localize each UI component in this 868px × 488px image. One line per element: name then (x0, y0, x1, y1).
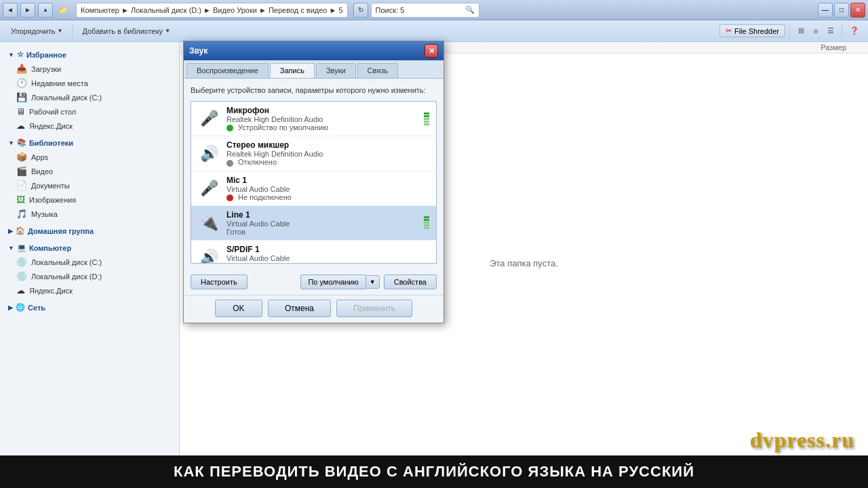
disk-c-fav-icon: 💾 (16, 92, 27, 102)
line1-name: Line 1 (226, 210, 417, 220)
configure-button[interactable]: Настроить (191, 274, 248, 289)
view-details-button[interactable]: ☰ (824, 24, 837, 38)
dialog-title: Звук (189, 46, 208, 56)
refresh-button[interactable]: ↻ (353, 3, 368, 18)
sidebar: ▼ ☆ Избранное 📥 Загрузки 🕐 Недавние мест… (0, 42, 180, 473)
up-button[interactable]: ▲ (38, 3, 53, 18)
toolbar-sep-3 (842, 24, 842, 38)
cancel-button[interactable]: Отмена (268, 300, 331, 317)
recent-icon: 🕐 (16, 78, 27, 88)
microphone-level-indicator (422, 113, 431, 125)
sidebar-favorites-header[interactable]: ▼ ☆ Избранное (0, 47, 179, 62)
apply-button[interactable]: Применить (336, 300, 412, 317)
search-icon[interactable]: 🔍 (465, 5, 475, 14)
sidebar-libraries-section: ▼ 📚 Библиотеки 📦 Apps 🎬 Видео 📄 Документ… (0, 136, 179, 221)
close-button[interactable]: ✕ (850, 3, 865, 18)
sidebar-homegroup-section: ▶ 🏠 Домашняя группа (0, 224, 179, 238)
mic1-status-text: Не подключено (238, 193, 292, 201)
device-item-mic1[interactable]: 🎤 Mic 1 Virtual Audio Cable Не подключен… (191, 171, 436, 206)
view-list-button[interactable]: ≡ (809, 24, 823, 38)
minimize-button[interactable]: — (818, 3, 833, 18)
forward-button[interactable]: ► (20, 3, 35, 18)
tab-record-label: Запись (280, 66, 304, 75)
tab-record[interactable]: Запись (270, 63, 315, 78)
sidebar-item-disk-c-fav[interactable]: 💾 Локальный диск (C:) (0, 90, 179, 104)
empty-text: Эта папка пуста. (490, 258, 558, 268)
search-text: Поиск: 5 (376, 6, 465, 14)
sidebar-homegroup-header[interactable]: ▶ 🏠 Домашняя группа (0, 224, 179, 238)
documents-icon: 📄 (16, 180, 27, 190)
search-bar[interactable]: Поиск: 5 🔍 (371, 3, 479, 18)
device-item-line1[interactable]: 🔌 Line 1 Virtual Audio Cable Готов (191, 206, 436, 241)
view-options-button[interactable]: ❓ (846, 24, 863, 38)
sidebar-item-video[interactable]: 🎬 Видео (0, 164, 179, 178)
tab-connection-label: Связь (368, 66, 388, 75)
sidebar-item-documents[interactable]: 📄 Документы (0, 178, 179, 192)
tab-playback[interactable]: Воспроизведение (186, 63, 269, 78)
tab-connection[interactable]: Связь (357, 63, 398, 78)
dialog-bottom-controls: Настроить По умолчанию ▼ Свойства (184, 270, 443, 295)
device-item-spdif1[interactable]: 🔊 S/PDIF 1 Virtual Audio Cable Выключено… (191, 241, 436, 264)
sidebar-computer-header[interactable]: ▼ 💻 Компьютер (0, 241, 179, 255)
back-button[interactable]: ◄ (3, 3, 18, 18)
sidebar-item-yandex[interactable]: ☁ Яндекс.Диск (0, 283, 179, 298)
yandex-icon: ☁ (16, 285, 25, 296)
toolbar-sep-1 (72, 24, 73, 38)
ok-button[interactable]: OK (215, 300, 262, 317)
sidebar-item-downloads[interactable]: 📥 Загрузки (0, 62, 179, 76)
sidebar-item-recent[interactable]: 🕐 Недавние места (0, 76, 179, 90)
tab-playback-label: Воспроизведение (197, 66, 258, 75)
folder-icon: 📁 (56, 3, 71, 18)
properties-button[interactable]: Свойства (384, 274, 437, 289)
network-arrow-icon: ▶ (8, 304, 13, 311)
stereo-mixer-info: Стерео микшер Realtek High Definition Au… (226, 140, 431, 166)
favorites-arrow-icon: ▼ (8, 52, 14, 58)
sidebar-item-desktop[interactable]: 🖥 Рабочий стол (0, 104, 179, 119)
banner-text: КАК ПЕРЕВОДИТЬ ВИДЕО С АНГЛИЙСКОГО ЯЗЫКА… (174, 463, 694, 481)
yandex-label: Яндекс.Диск (29, 287, 73, 295)
add-library-button[interactable]: Добавить в библиотеку ▼ (77, 25, 176, 37)
sidebar-libraries-header[interactable]: ▼ 📚 Библиотеки (0, 136, 179, 150)
libraries-label: Библиотеки (29, 139, 73, 147)
libraries-arrow-icon: ▼ (8, 140, 14, 146)
maximize-button[interactable]: □ (834, 3, 849, 18)
default-button[interactable]: По умолчанию (300, 274, 365, 289)
view-buttons: ⊞ ≡ ☰ (794, 24, 837, 38)
level-bar-4 (424, 121, 429, 123)
computer-label: Компьютер (29, 244, 71, 252)
spdif1-info: S/PDIF 1 Virtual Audio Cable Выключено, … (226, 245, 431, 264)
sidebar-item-disk-d[interactable]: 💿 Локальный диск (D:) (0, 269, 179, 283)
device-item-microphone[interactable]: 🎤 Микрофон Realtek High Definition Audio… (191, 102, 436, 136)
sidebar-item-music[interactable]: 🎵 Музыка (0, 207, 179, 221)
sidebar-item-disk-c[interactable]: 💿 Локальный диск (C:) (0, 255, 179, 269)
organize-button[interactable]: Упорядочить ▼ (5, 25, 68, 37)
disk-d-label: Локальный диск (D:) (31, 272, 102, 281)
breadcrumb[interactable]: Компьютер ► Локальный диск (D:) ► Видео … (76, 3, 348, 18)
dialog-right-controls: По умолчанию ▼ Свойства (300, 274, 437, 289)
mic1-status-dot (226, 195, 233, 201)
dialog-close-button[interactable]: ✕ (425, 44, 438, 58)
bottom-banner: КАК ПЕРЕВОДИТЬ ВИДЕО С АНГЛИЙСКОГО ЯЗЫКА… (0, 455, 868, 488)
title-bar: ◄ ► ▲ 📁 Компьютер ► Локальный диск (D:) … (0, 0, 868, 20)
line1-level-indicator (422, 216, 431, 229)
view-grid-button[interactable]: ⊞ (794, 24, 808, 38)
sidebar-item-images[interactable]: 🖼 Изображения (0, 192, 179, 207)
images-label: Изображения (29, 196, 76, 204)
file-shredder-label: File Shredder (734, 27, 779, 35)
microphone-device-sub: Realtek High Definition Audio (226, 115, 417, 123)
dialog-body: Выберите устройство записи, параметры ко… (184, 79, 443, 270)
file-shredder-button[interactable]: ✂ File Shredder (719, 24, 785, 37)
images-icon: 🖼 (16, 195, 25, 205)
sidebar-network-header[interactable]: ▶ 🌐 Сеть (0, 300, 179, 314)
sidebar-item-yandex-fav[interactable]: ☁ Яндекс.Диск (0, 119, 179, 133)
sidebar-item-apps[interactable]: 📦 Apps (0, 150, 179, 164)
default-dropdown-arrow[interactable]: ▼ (366, 275, 380, 289)
sidebar-favorites-section: ▼ ☆ Избранное 📥 Загрузки 🕐 Недавние мест… (0, 47, 179, 133)
toolbar: Упорядочить ▼ Добавить в библиотеку ▼ ✂ … (0, 20, 868, 42)
disk-c-icon: 💿 (16, 257, 27, 267)
tab-sounds[interactable]: Звуки (316, 63, 356, 78)
yandex-fav-icon: ☁ (16, 121, 25, 131)
device-item-stereo-mixer[interactable]: 🔊 Стерео микшер Realtek High Definition … (191, 136, 436, 171)
spdif1-status-dot (226, 264, 233, 264)
computer-icon: 💻 (17, 243, 26, 252)
